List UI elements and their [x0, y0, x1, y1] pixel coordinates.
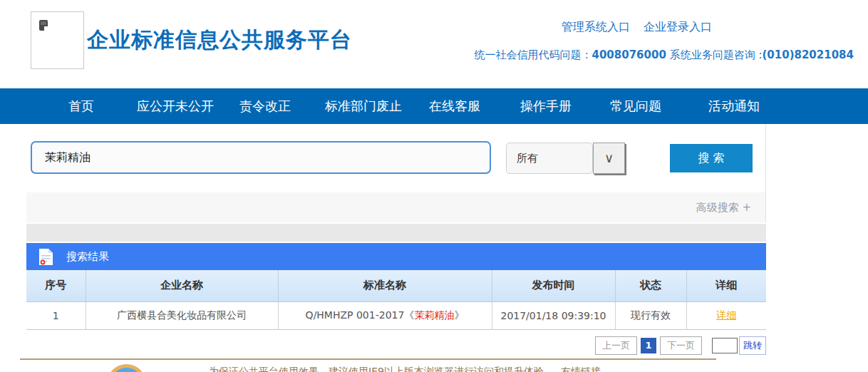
standard-suffix: 》	[454, 309, 464, 321]
nav-item-faq[interactable]: 常见问题	[610, 98, 661, 115]
pagination: 上一页 1 下一页 跳转	[26, 337, 766, 354]
col-header-index: 序号	[26, 270, 86, 301]
advanced-search-toggle[interactable]: 高级搜索 +	[26, 192, 766, 222]
standard-highlight: 茉莉精油	[414, 309, 454, 321]
prev-page-button[interactable]: 上一页	[595, 336, 637, 355]
results-header-bar: 搜索结果	[26, 243, 766, 270]
cell-company: 广西横县合美化妆品有限公司	[86, 301, 278, 329]
search-button[interactable]: 搜 索	[670, 144, 753, 172]
search-filter-select[interactable]: 所有	[506, 143, 593, 174]
enterprise-login-entry-link[interactable]: 企业登录入口	[644, 20, 712, 33]
cell-index: 1	[26, 301, 86, 329]
system-question-phone: (010)82021084	[762, 48, 854, 61]
document-icon	[38, 248, 53, 266]
table-row: 1 广西横县合美化妆品有限公司 Q/HMHZP 001-2017《茉莉精油》 2…	[26, 301, 766, 329]
nav-item-online-service[interactable]: 在线客服	[429, 98, 480, 115]
contact-info-line: 统一社会信用代码问题：4008076000 系统业务问题咨询 :(010)820…	[475, 48, 854, 62]
jump-button[interactable]: 跳转	[739, 336, 766, 355]
footer-links-label[interactable]: 友情链接	[561, 366, 601, 372]
next-page-button[interactable]: 下一页	[660, 336, 702, 355]
nav-item-should-disclose[interactable]: 应公开未公开	[137, 98, 214, 115]
nav-item-ordered-correction[interactable]: 责令改正	[239, 98, 291, 115]
header-links: 管理系统入口 企业登录入口	[562, 20, 722, 35]
site-logo-placeholder	[31, 11, 84, 69]
search-section: 所有 ∨ 搜 索	[26, 124, 766, 192]
chevron-down-icon[interactable]: ∨	[593, 143, 625, 174]
cell-publish-time: 2017/01/18 09:39:10	[492, 301, 615, 329]
standard-code: Q/HMHZP 001-2017《	[306, 309, 415, 321]
broken-image-icon	[38, 19, 48, 31]
results-table: 序号 企业名称 标准名称 发布时间 状态 详细 1 广西横县合美化妆品有限公司 …	[26, 270, 766, 330]
nav-item-home[interactable]: 首页	[68, 98, 94, 115]
footer-emblem-logo	[107, 364, 146, 372]
col-header-standard: 标准名称	[278, 270, 492, 301]
jump-page-input[interactable]	[712, 338, 738, 353]
search-input[interactable]	[31, 141, 491, 174]
page-header: 企业标准信息公共服务平台 管理系统入口 企业登录入口 统一社会信用代码问题：40…	[0, 0, 868, 88]
col-header-company: 企业名称	[86, 270, 278, 301]
nav-item-activity-notice[interactable]: 活动通知	[708, 98, 760, 115]
page-footer: 为保证公共平台使用效果，建议使用IE9以上版本浏览器进行访问和提升体验 友情链接	[0, 360, 868, 372]
section-divider	[26, 224, 766, 242]
credit-code-phone: 4008076000	[592, 48, 666, 61]
footer-browser-note: 为保证公共平台使用效果，建议使用IE9以上版本浏览器进行访问和提升体验	[209, 366, 544, 372]
credit-code-label: 统一社会信用代码问题：	[475, 48, 592, 61]
cell-status: 现行有效	[615, 301, 686, 329]
system-question-label: 系统业务问题咨询 :	[666, 48, 763, 61]
col-header-detail: 详细	[686, 270, 766, 301]
site-title: 企业标准信息公共服务平台	[87, 26, 352, 55]
cell-detail: 详细	[686, 301, 766, 329]
cell-standard: Q/HMHZP 001-2017《茉莉精油》	[278, 301, 492, 329]
main-nav: 首页 应公开未公开 责令改正 标准部门废止 在线客服 操作手册 常见问题 活动通…	[0, 88, 868, 124]
nav-item-manual[interactable]: 操作手册	[520, 98, 572, 115]
detail-link[interactable]: 详细	[716, 309, 736, 321]
current-page-badge: 1	[641, 338, 656, 353]
col-header-publish-time: 发布时间	[492, 270, 615, 301]
col-header-status: 状态	[615, 270, 686, 301]
nav-item-dept-abolished[interactable]: 标准部门废止	[325, 98, 402, 115]
table-header-row: 序号 企业名称 标准名称 发布时间 状态 详细	[26, 270, 766, 301]
admin-system-entry-link[interactable]: 管理系统入口	[562, 20, 630, 33]
results-section-title: 搜索结果	[66, 250, 109, 264]
